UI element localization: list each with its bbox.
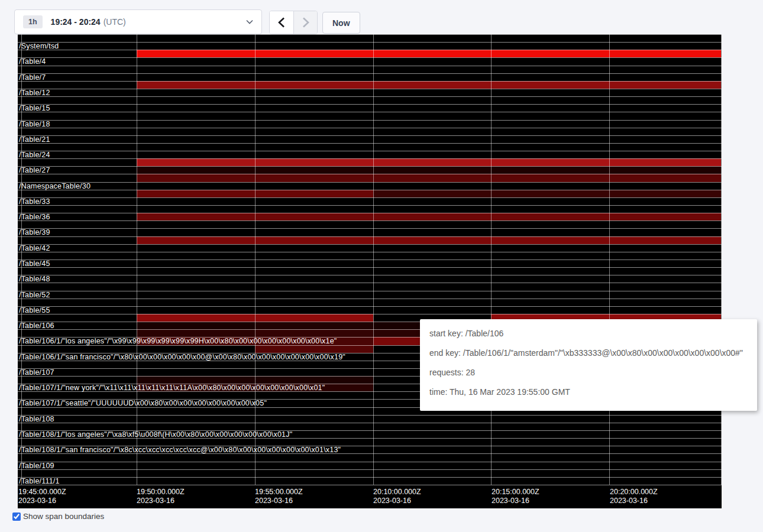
heatmap-hot-cell — [609, 236, 721, 244]
span-boundary-line — [18, 275, 722, 275]
span-boundary-line — [18, 236, 722, 237]
show-span-boundaries: Show span boundaries — [12, 512, 104, 521]
span-boundary-line — [18, 135, 722, 136]
heatmap-hot-cell — [137, 174, 255, 181]
row-label: /Table/15 — [19, 105, 50, 112]
row-label: /Table/55 — [19, 307, 50, 314]
next-range-button[interactable] — [293, 11, 317, 34]
heatmap-hot-cell — [137, 322, 255, 329]
span-boundary-line — [18, 34, 722, 35]
time-column-line — [373, 34, 374, 485]
heatmap-hot-cell — [255, 322, 373, 329]
prev-range-button[interactable] — [270, 11, 293, 34]
time-range-select[interactable]: 1h 19:24 - 20:24 (UTC) — [14, 9, 262, 34]
span-boundary-line — [18, 182, 722, 183]
row-label: /Table/24 — [19, 151, 50, 159]
heatmap-hot-cell — [491, 158, 609, 166]
key-visualizer-heatmap[interactable]: /System/tsd/Table/4/Table/7/Table/12/Tab… — [18, 34, 722, 508]
x-axis-time: 19:45:00.000Z — [18, 488, 66, 497]
x-axis-date: 2023-03-16 — [18, 497, 66, 505]
row-label: /Table/108/1/"los angeles"/"\xa8\xf5\u00… — [19, 431, 292, 439]
heatmap-hot-cell — [137, 50, 255, 57]
heatmap-hot-cell — [137, 376, 255, 384]
key-visualizer-page: 1h 19:24 - 20:24 (UTC) Now /System/tsd/T… — [0, 0, 763, 532]
time-column-line — [491, 34, 492, 485]
row-label: /Table/42 — [19, 245, 50, 252]
heatmap-hot-cell — [255, 158, 373, 166]
heatmap-hot-cell — [373, 50, 491, 57]
heatmap-hot-cell — [255, 166, 373, 174]
span-boundary-line — [18, 66, 722, 66]
heatmap-hot-cell — [255, 190, 373, 197]
span-boundary-line — [18, 267, 722, 268]
span-boundary-line — [18, 485, 722, 485]
cell-tooltip: start key: /Table/106 end key: /Table/10… — [420, 319, 757, 411]
range-nav-group — [269, 11, 318, 34]
x-axis-time: 20:15:00.000Z — [492, 488, 539, 497]
row-label: /Table/108/1/"san francisco"/"\x8c\xcc\x… — [19, 446, 341, 454]
span-boundary-line — [18, 259, 722, 260]
row-label: /Table/45 — [19, 260, 50, 268]
heatmap-hot-cell — [255, 329, 373, 337]
heatmap-hot-cell — [255, 174, 373, 181]
span-boundary-line — [18, 96, 722, 97]
span-boundary-line — [18, 415, 722, 416]
span-boundary-line — [18, 213, 722, 213]
heatmap-hot-cell — [137, 314, 255, 322]
span-boundary-line — [18, 158, 722, 159]
heatmap-hot-cell — [137, 166, 255, 174]
span-boundary-line — [18, 120, 722, 121]
heatmap-hot-cell — [491, 190, 609, 197]
row-label: /Table/48 — [19, 275, 50, 283]
row-label: /Table/109 — [19, 462, 54, 470]
row-label: /Table/39 — [19, 229, 50, 236]
heatmap-hot-cell — [373, 174, 491, 181]
row-label: /Table/52 — [19, 291, 50, 299]
time-column-line — [137, 34, 137, 485]
span-boundary-line — [18, 151, 722, 151]
row-label: /Table/106 — [19, 322, 54, 330]
heatmap-hot-cell — [255, 314, 373, 322]
span-boundary-line — [18, 423, 722, 423]
time-column-line — [255, 34, 256, 485]
span-boundary-line — [18, 205, 722, 206]
span-boundary-line — [18, 469, 722, 470]
heatmap-hot-cell — [255, 376, 373, 384]
span-boundary-line — [18, 112, 722, 112]
heatmap-hot-cell — [491, 50, 609, 57]
row-label: /Table/106/1/"san francisco"/"\x80\x00\x… — [19, 353, 345, 361]
show-span-boundaries-checkbox[interactable] — [12, 512, 21, 521]
row-label: /Table/107/1/"new york"/"\x11\x11\x11\x1… — [19, 384, 325, 392]
row-label: /Table/111/1 — [19, 478, 60, 485]
span-boundary-line — [18, 104, 722, 105]
heatmap-hot-cell — [373, 236, 491, 244]
heatmap-hot-cell — [255, 213, 373, 220]
span-boundary-line — [18, 228, 722, 229]
heatmap-hot-cell — [491, 236, 609, 244]
range-duration-chip: 1h — [23, 15, 43, 28]
row-label: /Table/107 — [19, 369, 54, 377]
row-label: /Table/108 — [19, 416, 54, 423]
chevron-down-icon — [246, 20, 253, 24]
row-label: /Table/21 — [19, 136, 50, 144]
heatmap-hot-cell — [255, 50, 373, 57]
heatmap-hot-cell — [137, 236, 255, 244]
span-boundary-line — [18, 299, 722, 299]
row-label: /Table/18 — [19, 121, 50, 128]
span-boundary-line — [18, 462, 722, 462]
now-button[interactable]: Now — [322, 12, 360, 34]
heatmap-hot-cell — [137, 329, 255, 337]
span-boundary-line — [18, 166, 722, 167]
row-label: /Table/33 — [19, 198, 50, 206]
heatmap-hot-cell — [373, 81, 491, 89]
heatmap-hot-cell — [609, 81, 721, 89]
span-boundary-line — [18, 283, 722, 283]
span-boundary-line — [18, 190, 722, 190]
time-column-line — [609, 34, 610, 485]
span-boundary-line — [18, 252, 722, 252]
heatmap-hot-cell — [491, 166, 609, 174]
x-axis-tick: 20:15:00.000Z2023-03-16 — [492, 488, 539, 505]
heatmap-hot-cell — [609, 166, 721, 174]
row-label: /System/tsd — [19, 43, 59, 50]
x-axis-date: 2023-03-16 — [137, 497, 185, 505]
